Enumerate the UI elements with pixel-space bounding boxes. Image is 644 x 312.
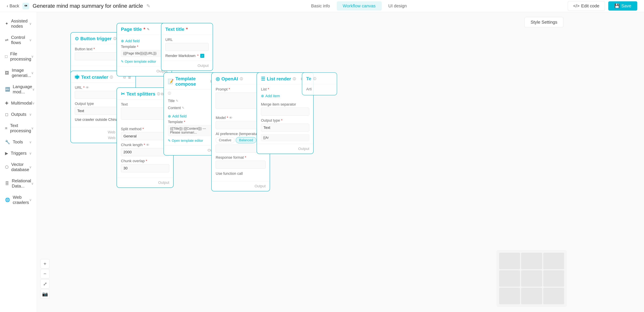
- eye-icon[interactable]: 👁: [229, 116, 232, 120]
- relational-data-icon: 🗄: [5, 181, 9, 186]
- page-compose-title: Page title: [121, 27, 142, 32]
- template-label: Template: [168, 120, 183, 124]
- tab-basic-info[interactable]: Basic info: [305, 1, 336, 10]
- map-icon: 🗺: [24, 4, 27, 7]
- balanced-pill[interactable]: Balanced: [236, 137, 256, 143]
- text-splitters-icon: ✂: [121, 91, 125, 97]
- edit-code-label: Edit code: [581, 3, 599, 8]
- output-type-field: Output type * Text: [261, 118, 309, 132]
- template-value: {{[Title]}} {{[Content]}} --- Please sum…: [168, 125, 219, 136]
- header-right: </> Edit code 💾 Save: [568, 1, 637, 11]
- tab-ui-design[interactable]: UI design: [382, 1, 413, 10]
- info-icon: ⓘ: [113, 37, 116, 41]
- edit-title-icon[interactable]: ✎: [146, 3, 150, 9]
- vector-database-icon: ⬡: [5, 165, 8, 169]
- plus-icon: ⊕: [168, 114, 171, 118]
- template-compose-info: ⓘ: [168, 91, 171, 95]
- merge-separator-input[interactable]: \n: [261, 108, 309, 116]
- edit-icon: ✎: [121, 59, 124, 63]
- back-button[interactable]: ‹ Back: [7, 3, 19, 8]
- chevron-down-icon: ∨: [31, 126, 34, 130]
- open-template-button[interactable]: ✎ Open template editor: [168, 139, 219, 143]
- page-icon: 🗺: [22, 3, 29, 9]
- sidebar-label-triggers: Triggers: [11, 151, 26, 156]
- use-function-call-field: Use function call: [216, 171, 266, 176]
- sidebar-label-web-crawlers: Web crawlers: [13, 195, 29, 205]
- response-format-input[interactable]: Text: [216, 161, 266, 169]
- output-type-select[interactable]: Text: [261, 124, 309, 132]
- zoom-out-button[interactable]: −: [40, 269, 50, 279]
- sidebar-item-tools[interactable]: 🔧 Tools ∨: [0, 136, 37, 148]
- title-label: Title: [168, 99, 175, 103]
- chevron-down-icon: ∨: [31, 54, 34, 58]
- openai-icon: ◎: [216, 76, 220, 82]
- chevron-down-icon: ∨: [32, 101, 35, 105]
- add-field-button[interactable]: ⊕ Add field: [168, 113, 219, 120]
- edit-code-button[interactable]: </> Edit code: [568, 1, 605, 11]
- chevron-down-icon: ∨: [31, 71, 34, 75]
- sidebar-item-multimodal[interactable]: ✚ Multimodal ∨: [0, 97, 37, 109]
- edit-icon[interactable]: ✎: [147, 27, 150, 31]
- save-button[interactable]: 💾 Save: [608, 1, 637, 10]
- chevron-down-icon: ∨: [29, 165, 32, 169]
- multimodal-icon: ✚: [5, 101, 8, 106]
- eye-icon[interactable]: 👁: [86, 86, 89, 90]
- list-render-title: List render: [267, 76, 291, 82]
- node-partial: Te ⓘ Arti: [302, 72, 337, 95]
- workflow-canvas[interactable]: Style Settings ⊙ Button t: [37, 12, 644, 312]
- eye-icon[interactable]: 👁: [146, 143, 150, 147]
- title-field: Title ✎: [168, 99, 219, 103]
- sidebar-item-relational-data[interactable]: 🗄 Relational Data... ∨: [0, 175, 37, 192]
- sidebar-label-language-model: Language mod...: [13, 84, 32, 94]
- creative-pill[interactable]: Creative: [216, 137, 234, 143]
- back-chevron-icon: ‹: [7, 3, 8, 8]
- edit-icon[interactable]: ✎: [182, 106, 184, 110]
- text-splitters-output: Output: [158, 180, 169, 185]
- sidebar-item-vector-database[interactable]: ⬡ Vector database ∨: [0, 159, 37, 175]
- chunk-overlap-input[interactable]: [121, 164, 169, 172]
- text-splitters-title: Text splitters: [126, 91, 155, 97]
- tab-workflow-canvas[interactable]: Workflow canvas: [337, 1, 382, 10]
- chevron-down-icon: ∨: [32, 87, 35, 91]
- text-textarea[interactable]: [121, 108, 169, 120]
- split-method-field: Split method * General: [121, 127, 169, 140]
- chunk-length-input[interactable]: [121, 148, 169, 156]
- sidebar-item-web-crawlers[interactable]: 🌐 Web crawlers ∨: [0, 192, 37, 208]
- button-text-label: Button text: [75, 47, 92, 51]
- sidebar-item-outputs[interactable]: ◻ Outputs ∨: [0, 109, 37, 120]
- save-icon: 💾: [614, 3, 620, 8]
- chunk-overlap-field: Chunk overlap *: [121, 159, 169, 172]
- sidebar-item-language-model[interactable]: 🔤 Language mod... ∨: [0, 81, 37, 97]
- node-text-title: Text title * URL Render Markdown * ✓: [161, 23, 213, 71]
- zoom-in-button[interactable]: +: [40, 259, 50, 269]
- sidebar-item-file-processing[interactable]: □ File processing ∨: [0, 48, 37, 65]
- sidebar-item-assisted-nodes[interactable]: ✦ Assisted nodes ∨: [0, 15, 37, 32]
- button-trigger-icon: ⊙: [75, 36, 79, 41]
- split-method-select[interactable]: General: [121, 132, 169, 140]
- text-title-url-input[interactable]: [165, 43, 209, 51]
- open-template-button[interactable]: ✎ Open template editor: [121, 59, 168, 63]
- edit-icon: ✎: [168, 139, 171, 143]
- language-model-icon: 🔤: [5, 87, 10, 92]
- required-marker: *: [94, 47, 95, 51]
- info-icon: ⓘ: [110, 75, 113, 79]
- sidebar-label-assisted-nodes: Assisted nodes: [11, 18, 29, 29]
- sidebar-label-relational-data: Relational Data...: [12, 178, 31, 189]
- save-snapshot-button[interactable]: 📷: [40, 289, 50, 299]
- sidebar-item-text-processing[interactable]: ≡ Text processing ∨: [0, 120, 37, 136]
- response-format-label: Response format: [216, 155, 244, 160]
- preview-block: [499, 288, 520, 304]
- edit-icon[interactable]: ✎: [176, 99, 178, 103]
- render-markdown-label: Render Markdown: [165, 54, 196, 58]
- text-field: Text 0: [121, 102, 169, 124]
- sidebar-item-triggers[interactable]: ▶ Triggers ∨: [0, 148, 37, 159]
- sidebar-item-control-flows[interactable]: ⇌ Control flows ∨: [0, 32, 37, 48]
- fit-button[interactable]: ⤢: [40, 279, 50, 289]
- add-field-button[interactable]: ⊕ Add field: [121, 37, 168, 44]
- style-settings-button[interactable]: Style Settings: [524, 17, 564, 27]
- render-markdown-checkbox[interactable]: ✓: [200, 54, 204, 58]
- chunk-length-field: Chunk length * 👁: [121, 143, 169, 156]
- sidebar-item-image-generation[interactable]: 🖼 Image generati... ∨: [0, 65, 37, 81]
- back-label[interactable]: Back: [10, 3, 19, 8]
- copy-icon[interactable]: ⧉: [161, 92, 164, 96]
